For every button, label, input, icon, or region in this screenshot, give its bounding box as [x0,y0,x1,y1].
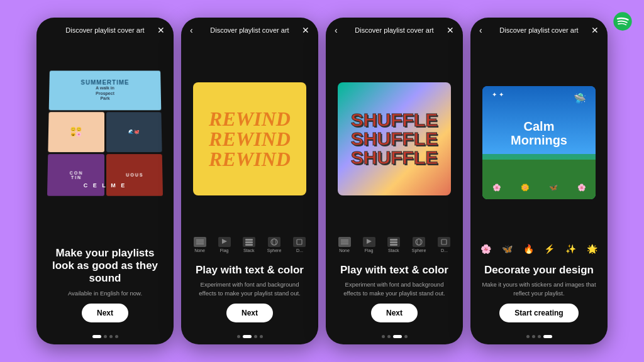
phone-2-content: Play with text & color Experiment with f… [181,256,318,330]
dot-2-3 [254,335,257,338]
collage-item-2: 😊😊🐱🌸 [48,112,104,152]
phone-1-main-title: Make your playlists look as good as they… [47,247,164,285]
phone-4-header-title: Discover playlist cover art [499,26,578,34]
collage-item-3: 🌊🐙 [106,112,162,152]
phone-3-subtitle: Experiment with font and background effe… [336,280,453,297]
toolbar-3-flag[interactable]: Flag [363,237,375,253]
phone-1-dots [36,330,174,344]
shuffle-art: SHUFFLESHUFFLESHUFFLE [338,82,451,195]
phone-4-back-icon[interactable]: ‹ [479,25,482,35]
none-icon [194,237,206,247]
rewind-text: REWINDREWINDREWIND [209,109,291,169]
toolbar-3-stack[interactable]: Stack [387,237,400,253]
toolbar-3-sphere[interactable]: Sphere [412,237,426,253]
sticker-3[interactable]: 🔥 [523,244,534,254]
phone-3-content: Play with text & color Experiment with f… [326,256,463,330]
stack-icon [243,237,255,247]
phone-2-toolbar: None Flag Stack Sphere [181,233,318,256]
dot-1-4 [115,335,118,338]
dot-3-3 [393,335,402,338]
toolbar-flag[interactable]: Flag [218,237,231,253]
phone-4-start-button[interactable]: Start creating [499,304,578,322]
collage-label: C E L M E [84,182,126,189]
sticker-1[interactable]: 🌸 [480,244,491,254]
phone-2-next-button[interactable]: Next [226,304,273,322]
phone-1-header: Discover playlist cover art ✕ [36,18,174,39]
phone-4-close-icon[interactable]: ✕ [591,25,599,35]
none-label: None [194,248,205,253]
dot-1-3 [109,335,113,338]
stack-3-label: Stack [388,248,399,253]
phone-4-subtitle: Make it yours with stickers and images t… [480,280,597,297]
phone-2-back-icon[interactable]: ‹ [190,25,193,35]
sticker-5[interactable]: ✨ [565,244,576,254]
toolbar-sphere[interactable]: Sphere [267,237,282,253]
toolbar-stack[interactable]: Stack [243,237,255,253]
shuffle-text: SHUFFLESHUFFLESHUFFLE [351,111,438,167]
phone-4-content: Decorate your design Make it yours with … [470,256,608,330]
dot-3-1 [382,335,385,338]
phone-1-subtitle: Available in English for now. [47,289,164,297]
sticker-2[interactable]: 🦋 [502,244,513,254]
d-3-label: D... [441,248,448,253]
none-3-icon [338,237,351,247]
svg-rect-4 [245,239,253,241]
flag-3-icon [363,237,375,247]
phone-4-header: ‹ Discover playlist cover art ✕ [470,18,608,39]
svg-rect-6 [245,244,253,246]
phone-1: Discover playlist cover art ✕ SUMMERTIME… [36,18,174,344]
dot-2-1 [237,335,240,338]
dot-1-2 [104,335,107,338]
phone-3-close-icon[interactable]: ✕ [447,25,454,35]
flag-icon [218,237,231,247]
rewind-art: REWINDREWINDREWIND [193,82,306,195]
dot-1-1 [92,335,101,338]
phone-3-header: ‹ Discover playlist cover art ✕ [326,18,463,39]
phone-4-sticker-toolbar: 🌸 🦋 🔥 ⚡ ✨ 🌟 [470,241,608,256]
dot-4-1 [526,335,530,338]
collage-item-5: U O U S [106,155,163,196]
phone-2: ‹ Discover playlist cover art ✕ REWINDRE… [181,18,318,344]
stack-label: Stack [243,248,255,253]
dot-4-4 [543,335,552,338]
phone-2-header-title: Discover playlist cover art [210,26,289,34]
svg-rect-15 [390,244,397,246]
phone-3-next-button[interactable]: Next [371,304,418,322]
phone-3: ‹ Discover playlist cover art ✕ SHUFFLES… [326,18,463,344]
sphere-icon [268,237,280,247]
phone-1-header-title: Discover playlist cover art [65,26,144,34]
phone-3-image-area: SHUFFLESHUFFLESHUFFLE [326,39,463,233]
phone-2-subtitle: Experiment with font and background effe… [191,280,308,297]
phone-3-back-icon[interactable]: ‹ [335,25,338,35]
calm-title: CalmMornings [511,119,567,147]
phone-1-content: Make your playlists look as good as they… [36,239,174,330]
collage-art: SUMMERTIME A walk inProspectPark 😊😊🐱🌸 🌊🐙… [48,69,162,195]
phone-1-next-button[interactable]: Next [82,304,128,322]
toolbar-none[interactable]: None [194,237,206,253]
phone-4-main-title: Decorate your design [480,264,597,277]
d-3-icon [438,237,450,247]
spotify-logo [613,11,633,31]
sticker-6[interactable]: 🌟 [587,244,597,254]
phone-2-close-icon[interactable]: ✕ [302,25,309,35]
svg-rect-9 [297,239,302,244]
toolbar-d[interactable]: D... [293,237,306,253]
sphere-3-label: Sphere [412,248,426,253]
svg-rect-14 [390,241,397,243]
toolbar-3-d[interactable]: D... [438,237,450,253]
none-3-label: None [339,248,350,253]
toolbar-3-none[interactable]: None [338,237,351,253]
dot-3-4 [404,335,408,338]
phone-3-main-title: Play with text & color [336,264,453,277]
svg-rect-13 [390,239,397,241]
phone-2-image-area: REWINDREWINDREWIND [181,39,318,233]
sphere-3-icon [413,237,425,247]
phone-4-image-area: 🛸 ✦ ✦ 🌸🌼🦋🌸 CalmMornings [470,39,608,241]
sticker-4[interactable]: ⚡ [544,244,555,254]
collage-item-1: SUMMERTIME A walk inProspectPark [49,71,162,111]
phone-3-header-title: Discover playlist cover art [355,26,433,34]
svg-point-17 [418,239,421,245]
svg-point-16 [416,239,422,245]
phone-1-close-icon[interactable]: ✕ [157,25,165,35]
collage-item-4: C O NT I N [47,155,104,196]
